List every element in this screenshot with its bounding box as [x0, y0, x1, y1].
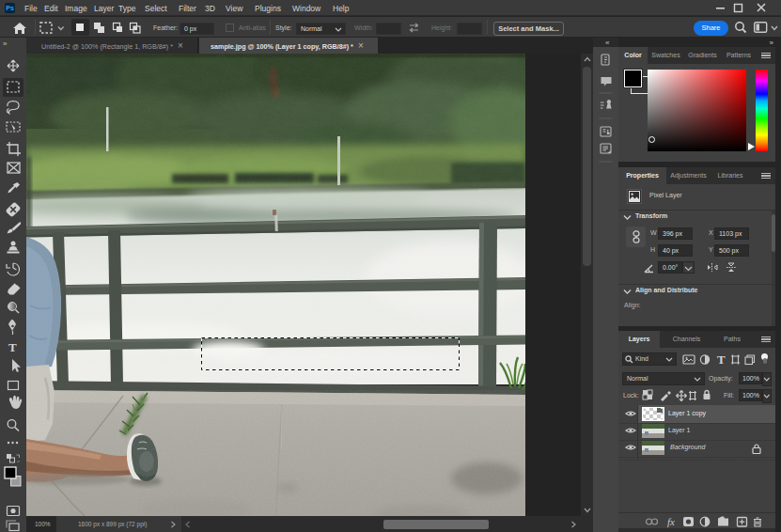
svg-text:»: »: [3, 39, 8, 48]
svg-text:T: T: [717, 352, 726, 367]
svg-text:T: T: [8, 340, 17, 354]
svg-text:fx: fx: [667, 516, 675, 527]
